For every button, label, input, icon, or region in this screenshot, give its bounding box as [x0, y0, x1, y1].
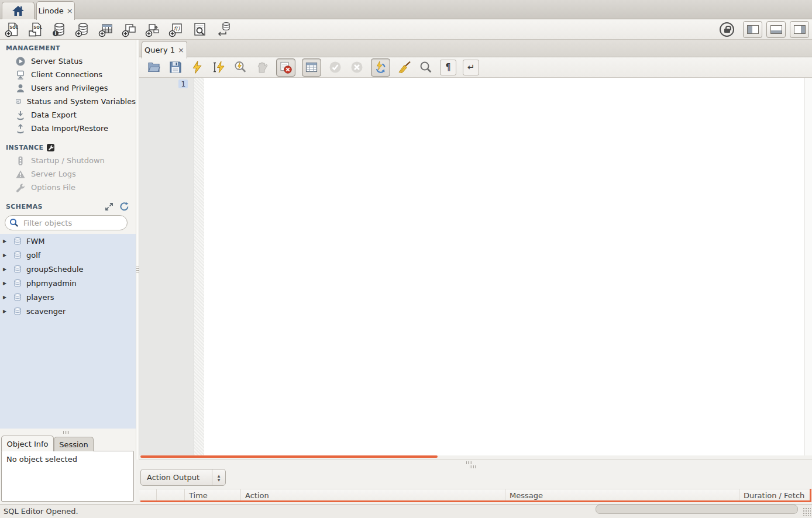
schema-icon — [13, 264, 22, 274]
close-icon[interactable]: × — [67, 7, 73, 15]
schema-name: groupSchedule — [26, 265, 84, 274]
schema-row-golf[interactable]: ▶ golf — [0, 248, 136, 262]
schema-row-phpmyadmin[interactable]: ▶ phpmyadmin — [0, 276, 136, 290]
expander-icon[interactable]: ▶ — [3, 267, 9, 272]
tab-query-1[interactable]: Query 1 × — [142, 41, 187, 58]
column-duration-fetch[interactable]: Duration / Fetch — [739, 489, 812, 502]
home-tab[interactable] — [2, 2, 35, 19]
close-icon[interactable]: × — [178, 46, 184, 54]
create-procedure-button[interactable] — [145, 22, 161, 37]
column-message[interactable]: Message — [505, 489, 739, 502]
left-panel-icon — [747, 25, 759, 34]
open-sql-script-button[interactable]: SQL — [28, 22, 44, 37]
new-sql-tab-button[interactable]: SQL — [5, 22, 20, 37]
toggle-autocommit-button[interactable] — [371, 58, 390, 77]
schema-filter-input[interactable] — [22, 218, 118, 228]
sidebar-item-startup-shutdown[interactable]: Startup / Shutdown — [0, 154, 136, 167]
server-logs-icon — [15, 169, 26, 179]
output-horizontal-scrollbar[interactable] — [140, 500, 811, 502]
beautify-script-button[interactable] — [397, 60, 412, 75]
sidebar-item-system-variables[interactable]: Status and System Variables — [0, 95, 136, 108]
options-file-icon — [15, 182, 26, 193]
connection-tab[interactable]: Linode × — [36, 1, 75, 20]
save-script-button[interactable] — [168, 60, 183, 75]
database-inspector-icon: i — [51, 22, 67, 37]
toggle-right-sidebar-button[interactable] — [790, 21, 809, 38]
toggle-left-sidebar-button[interactable] — [743, 21, 762, 38]
schema-name: scavenger — [26, 307, 66, 316]
create-table-icon — [98, 22, 114, 37]
sidebar-item-client-connections[interactable]: Client Connections — [0, 68, 136, 81]
bottom-scrollbar-thumb[interactable] — [596, 505, 798, 514]
sidebar-item-options-file[interactable]: Options File — [0, 181, 136, 194]
toggle-bottom-panel-button[interactable] — [766, 21, 786, 38]
execute-lightning-icon — [190, 60, 204, 74]
sidebar-item-server-logs[interactable]: Server Logs — [0, 167, 136, 181]
create-function-button[interactable]: f() — [168, 22, 184, 37]
schema-name: FWM — [26, 237, 45, 246]
object-info-text: No object selected — [6, 455, 77, 464]
column-status[interactable] — [139, 489, 157, 502]
system-variables-icon — [15, 96, 22, 107]
reconnect-server-button[interactable] — [215, 22, 231, 37]
editor-vertical-scrollbar[interactable] — [804, 78, 812, 455]
data-import-icon — [15, 123, 26, 134]
status-text: SQL Editor Opened. — [4, 507, 78, 516]
explain-magnifier-icon — [233, 60, 247, 74]
svg-text:SQL: SQL — [34, 25, 42, 30]
execute-button[interactable] — [190, 60, 205, 75]
editor-horizontal-scrollbar[interactable] — [140, 455, 438, 458]
schema-row-scavenger[interactable]: ▶ scavenger — [0, 304, 136, 318]
sql-code-editor[interactable]: 1 — [139, 78, 812, 455]
mysql-workbench-window: Linode × SQL SQL — [0, 0, 812, 518]
sidebar-item-data-export[interactable]: Data Export — [0, 108, 136, 122]
database-inspector-button[interactable]: i — [51, 22, 67, 37]
column-index[interactable] — [157, 489, 185, 502]
sidebar-item-data-import[interactable]: Data Import/Restore — [0, 122, 136, 135]
schema-row-players[interactable]: ▶ players — [0, 290, 136, 304]
schema-icon — [13, 236, 22, 246]
explain-query-button[interactable] — [233, 60, 248, 75]
refresh-icon[interactable] — [119, 202, 129, 211]
search-data-icon — [192, 22, 208, 37]
find-button[interactable] — [418, 60, 433, 75]
expander-icon[interactable]: ▶ — [3, 295, 9, 300]
instance-wrench-badge-icon — [47, 144, 54, 151]
column-time[interactable]: Time — [185, 489, 241, 502]
schema-filter[interactable] — [5, 215, 128, 230]
schema-row-fwm[interactable]: ▶ FWM — [0, 234, 136, 248]
commit-button[interactable] — [328, 60, 343, 75]
show-invisibles-button[interactable]: ¶ — [440, 60, 456, 75]
expander-icon[interactable]: ▶ — [3, 253, 9, 258]
create-schema-button[interactable] — [75, 22, 91, 37]
stop-query-button[interactable] — [254, 60, 270, 75]
rollback-button[interactable] — [349, 60, 364, 75]
create-table-button[interactable] — [98, 22, 114, 37]
output-view-selector[interactable]: Action Output ▲▼ — [140, 469, 226, 486]
sidebar-item-server-status[interactable]: Server Status — [0, 54, 136, 68]
tab-session[interactable]: Session — [54, 437, 94, 451]
open-script-button[interactable] — [146, 60, 161, 75]
column-action[interactable]: Action — [241, 489, 505, 502]
sidebar-splitter-grip[interactable] — [63, 431, 70, 434]
expand-panel-icon[interactable] — [105, 202, 113, 211]
window-resize-grip[interactable] — [803, 507, 811, 516]
tab-object-info[interactable]: Object Info — [1, 436, 54, 451]
create-schema-icon — [75, 22, 91, 37]
reconnect-server-icon — [215, 22, 231, 37]
search-data-button[interactable] — [192, 22, 208, 37]
limit-rows-button[interactable] — [302, 58, 321, 77]
expander-icon[interactable]: ▶ — [3, 281, 9, 286]
expander-icon[interactable]: ▶ — [3, 309, 9, 314]
execute-current-statement-button[interactable] — [211, 60, 226, 75]
output-vertical-scrollbar[interactable] — [810, 489, 811, 502]
client-connections-icon — [15, 70, 26, 80]
bottom-panel-icon — [770, 25, 782, 34]
wrap-text-button[interactable]: ↵ — [463, 60, 479, 75]
expander-icon[interactable]: ▶ — [3, 239, 9, 244]
toggle-stop-on-error-button[interactable] — [276, 58, 295, 77]
output-splitter-grip[interactable] — [466, 461, 473, 464]
sidebar-item-users-privileges[interactable]: Users and Privileges — [0, 81, 136, 95]
schema-row-groupschedule[interactable]: ▶ groupSchedule — [0, 262, 136, 276]
create-view-button[interactable] — [122, 22, 137, 37]
